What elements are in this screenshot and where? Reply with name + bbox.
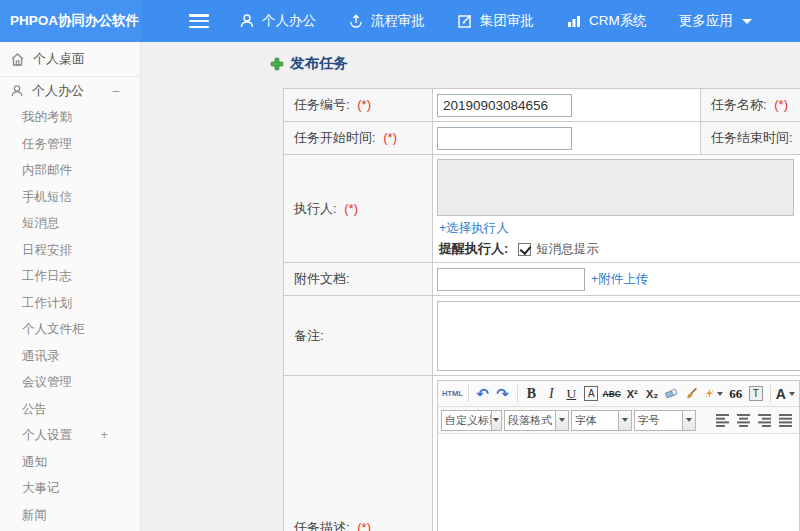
nav-process-approval[interactable]: 流程审批 [348, 12, 425, 30]
paste-text-icon[interactable]: T [747, 383, 765, 404]
publish-task-form: 任务编号: (*) 任务名称: (*) 任务开始时间: (*) 任务结束时间: … [283, 88, 800, 531]
nav-crm-system[interactable]: CRM系统 [566, 12, 647, 30]
user-icon [239, 13, 255, 29]
font-border-button[interactable]: A [582, 383, 600, 404]
sidebar: 个人桌面 个人办公 − 我的考勤 任务管理 内部邮件 手机短信 短消息 日程安排… [0, 42, 141, 531]
main-content: 发布任务 任务编号: (*) 任务名称: (*) 任务开始时间: (*) [141, 42, 800, 531]
divider [770, 385, 771, 402]
sidebar-item-personal-desktop[interactable]: 个人桌面 [0, 42, 140, 76]
align-justify-icon[interactable] [775, 410, 796, 431]
align-right-icon[interactable] [754, 410, 775, 431]
field-label: 任务编号: [294, 97, 350, 112]
sidebar-item-contacts[interactable]: 通讯录 [0, 343, 140, 370]
user-icon [10, 84, 24, 98]
caret-down-icon [789, 392, 795, 396]
caret-down-icon [555, 411, 568, 430]
font-color-icon[interactable]: A [776, 383, 795, 404]
custom-title-select[interactable]: 自定义标题 [441, 410, 502, 431]
divider [517, 385, 518, 402]
italic-button[interactable]: I [542, 383, 560, 404]
task-number-input[interactable] [437, 94, 572, 117]
sidebar-item-file-cabinet[interactable]: 个人文件柜 [0, 316, 140, 343]
description-label-cell: 任务描述: (*) [284, 376, 433, 531]
hamburger-menu-icon[interactable] [189, 14, 209, 28]
align-center-icon[interactable] [733, 410, 754, 431]
add-icon [270, 57, 284, 71]
redo-icon[interactable]: ↷ [494, 383, 512, 404]
task-name-label-cell: 任务名称: (*) [701, 89, 800, 122]
sidebar-item-attendance[interactable]: 我的考勤 [0, 104, 140, 131]
strikethrough-button[interactable]: ABC [602, 383, 621, 404]
nav-personal-office[interactable]: 个人办公 [239, 12, 316, 30]
sidebar-item-notice[interactable]: 通知 [0, 449, 140, 476]
executor-textarea[interactable] [437, 159, 794, 216]
undo-icon[interactable]: ↶ [474, 383, 492, 404]
nav-group-approval[interactable]: 集团审批 [457, 12, 534, 30]
sidebar-group-label: 个人办公 [32, 82, 84, 100]
sidebar-item-schedule[interactable]: 日程安排 [0, 237, 140, 264]
start-time-input[interactable] [437, 127, 572, 150]
divider [468, 385, 469, 402]
sidebar-item-mobile-sms[interactable]: 手机短信 [0, 184, 140, 211]
blockquote-icon[interactable]: 66 [727, 383, 745, 404]
task-number-label-cell: 任务编号: (*) [284, 89, 433, 122]
bold-button[interactable]: B [522, 383, 540, 404]
superscript-button[interactable]: X² [623, 383, 641, 404]
subscript-button[interactable]: X₂ [643, 383, 661, 404]
remark-label-cell: 备注: [284, 296, 433, 376]
attachment-label-cell: 附件文档: [284, 263, 433, 296]
field-label: 任务开始时间: [294, 130, 376, 145]
sidebar-item-personal-settings[interactable]: 个人设置 + [0, 422, 140, 449]
page-title-text: 发布任务 [290, 54, 348, 73]
remark-textarea[interactable] [437, 301, 800, 371]
font-family-select[interactable]: 字体 [571, 410, 632, 431]
sidebar-item-news[interactable]: 新闻 [0, 502, 140, 529]
autotypeset-icon[interactable] [703, 383, 725, 404]
nav-more-apps[interactable]: 更多应用 [679, 12, 752, 30]
font-size-select[interactable]: 字号 [634, 410, 696, 431]
collapse-minus-icon[interactable]: − [112, 83, 120, 99]
format-brush-icon[interactable] [683, 383, 701, 404]
page-title: 发布任务 [270, 54, 348, 73]
sidebar-item-internal-mail[interactable]: 内部邮件 [0, 157, 140, 184]
attachment-input[interactable] [437, 268, 585, 291]
field-label: 任务结束时间: [711, 130, 793, 145]
align-left-icon[interactable] [712, 410, 733, 431]
required-mark: (*) [383, 130, 397, 145]
caret-down-icon [618, 411, 631, 430]
sms-option-label: 短消息提示 [536, 241, 599, 258]
required-mark: (*) [357, 520, 371, 531]
home-icon [10, 52, 25, 67]
underline-button[interactable]: U [562, 383, 580, 404]
choose-executor-link[interactable]: +选择执行人 [439, 220, 800, 237]
field-label: 任务描述: [294, 520, 350, 531]
expand-plus-icon[interactable]: + [100, 422, 108, 449]
required-mark: (*) [357, 97, 371, 112]
sidebar-item-announcement[interactable]: 公告 [0, 396, 140, 423]
sidebar-item-label: 个人设置 [22, 428, 72, 442]
end-time-label-cell: 任务结束时间: (*) [701, 122, 800, 155]
eraser-icon[interactable] [663, 383, 681, 404]
field-label: 执行人: [294, 201, 337, 216]
start-time-label-cell: 任务开始时间: (*) [284, 122, 433, 155]
app-logo[interactable]: PHPOA协同办公软件 [0, 0, 141, 42]
top-navigation-bar: PHPOA协同办公软件 个人办公 流程审批 集团审批 CRM系统 [0, 0, 800, 42]
sidebar-item-big-events[interactable]: 大事记 [0, 475, 140, 502]
editor-toolbar-row1: HTML ↶ ↷ B I U A ABC X² X₂ [438, 381, 799, 407]
field-label: 备注: [294, 328, 324, 343]
required-mark: (*) [774, 97, 788, 112]
sidebar-group-personal-office[interactable]: 个人办公 − [0, 77, 140, 104]
sidebar-item-work-plan[interactable]: 工作计划 [0, 290, 140, 317]
sidebar-item-work-log[interactable]: 工作日志 [0, 263, 140, 290]
sidebar-item-meeting-management[interactable]: 会议管理 [0, 369, 140, 396]
editor-toolbar-row2: 自定义标题 段落格式 字体 字号 [438, 407, 799, 434]
html-source-button[interactable]: HTML [442, 383, 463, 404]
sidebar-item-short-message[interactable]: 短消息 [0, 210, 140, 237]
checkbox-checked-icon[interactable] [518, 243, 531, 256]
sidebar-item-label: 个人桌面 [33, 50, 85, 68]
editor-content-area[interactable] [438, 434, 799, 531]
paragraph-format-select[interactable]: 段落格式 [504, 410, 569, 431]
caret-down-icon [491, 411, 501, 430]
attachment-upload-link[interactable]: +附件上传 [591, 271, 648, 288]
sidebar-item-task-management[interactable]: 任务管理 [0, 131, 140, 158]
